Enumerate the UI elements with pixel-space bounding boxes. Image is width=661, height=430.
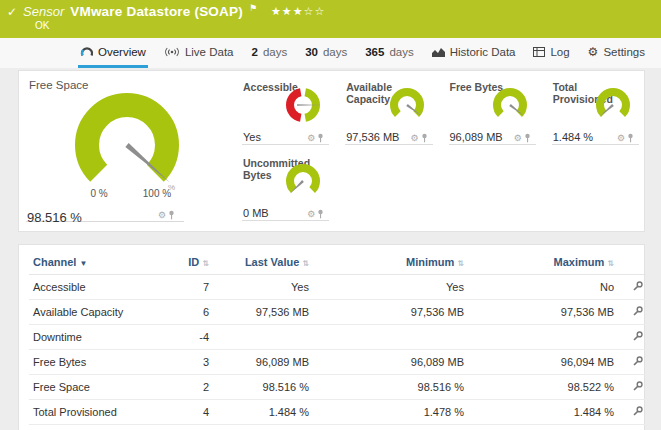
sort-icon: ⇅ bbox=[202, 259, 209, 268]
edit-channel-icon[interactable] bbox=[632, 355, 644, 367]
channel-name: Available Capacity bbox=[29, 300, 177, 325]
sort-desc-icon: ▼ bbox=[79, 259, 87, 268]
free-space-value: 98.516 % bbox=[27, 210, 82, 225]
col-maximum[interactable]: Maximum⇅ bbox=[468, 249, 618, 275]
edit-channel-icon[interactable] bbox=[632, 330, 644, 342]
table-row: Uncommitted Bytes 5 0 MB 0 MB 0 MB bbox=[29, 425, 646, 430]
divider bbox=[345, 144, 432, 145]
divider bbox=[242, 144, 329, 145]
gauge-settings-icon[interactable]: ⚙ bbox=[307, 134, 315, 143]
gauge-settings-icon[interactable]: ⚙ bbox=[158, 211, 166, 220]
channel-name: Downtime bbox=[29, 325, 177, 350]
overview-gauge-icon bbox=[80, 46, 93, 57]
pin-icon[interactable] bbox=[524, 133, 531, 143]
gauge-accessible: Accessible Yes ⚙ bbox=[231, 75, 334, 151]
main-gauge-panel: Free Space % 0 % 100 % 98.516 % ⚙ bbox=[19, 71, 231, 231]
pin-icon[interactable] bbox=[168, 210, 175, 220]
gear-icon: ⚙ bbox=[588, 45, 599, 59]
status-check-icon: ✓ bbox=[7, 5, 17, 19]
chart-icon bbox=[432, 47, 445, 57]
available-capacity-gauge bbox=[384, 86, 430, 126]
edit-channel-icon[interactable] bbox=[632, 305, 644, 317]
pin-icon[interactable] bbox=[421, 133, 428, 143]
sort-icon: ⇅ bbox=[457, 259, 464, 268]
status-badge: OK bbox=[35, 20, 653, 31]
sensor-kind-label: Sensor bbox=[23, 4, 64, 19]
edit-channel-icon[interactable] bbox=[632, 280, 644, 292]
tab-settings-label: Settings bbox=[603, 46, 645, 58]
priority-stars[interactable]: ★★★☆☆ bbox=[271, 5, 325, 18]
tab-365-days[interactable]: 365 days bbox=[363, 38, 415, 68]
edit-channel-icon[interactable] bbox=[632, 405, 644, 417]
pin-icon[interactable] bbox=[317, 209, 324, 219]
signal-icon bbox=[164, 47, 180, 57]
gauge-settings-icon[interactable]: ⚙ bbox=[307, 210, 315, 219]
channel-name: Uncommitted Bytes bbox=[29, 425, 177, 430]
tab-historic-label: Historic Data bbox=[450, 46, 516, 58]
col-last-value[interactable]: Last Value⇅ bbox=[213, 249, 313, 275]
tab-historic-data[interactable]: Historic Data bbox=[430, 38, 518, 68]
svg-text:100 %: 100 % bbox=[143, 188, 171, 199]
col-channel[interactable]: Channel▼ bbox=[29, 249, 177, 275]
table-row: Free Bytes 3 96,089 MB 96,089 MB 96,094 … bbox=[29, 350, 646, 375]
channels-table: Channel▼ ID⇅ Last Value⇅ Minimum⇅ Maximu… bbox=[29, 249, 646, 430]
gauge-total-provisioned: Total Provisioned 1.484 % ⚙ bbox=[541, 75, 644, 151]
col-id[interactable]: ID⇅ bbox=[177, 249, 213, 275]
small-gauges-grid: Accessible Yes ⚙ Available Capacity bbox=[231, 71, 644, 231]
sensor-title: VMware Datastore (SOAP) bbox=[70, 4, 243, 19]
sensor-header: ✓ Sensor VMware Datastore (SOAP) ⚑ ★★★☆☆… bbox=[0, 0, 661, 38]
tab-overview-label: Overview bbox=[98, 46, 146, 58]
gauge-settings-icon[interactable]: ⚙ bbox=[514, 134, 522, 143]
tab-live-data[interactable]: Live Data bbox=[162, 38, 236, 68]
free-bytes-gauge bbox=[487, 86, 533, 126]
tab-settings[interactable]: ⚙ Settings bbox=[586, 38, 647, 68]
gauges-panel: Free Space % 0 % 100 % 98.516 % ⚙ Access… bbox=[18, 70, 645, 232]
total-provisioned-gauge bbox=[590, 86, 636, 126]
pin-icon[interactable] bbox=[317, 133, 324, 143]
channels-table-panel: Channel▼ ID⇅ Last Value⇅ Minimum⇅ Maximu… bbox=[18, 244, 645, 430]
table-row: Accessible 7 Yes Yes No bbox=[29, 275, 646, 300]
log-icon bbox=[533, 47, 545, 57]
gauge-free-bytes: Free Bytes 96,089 MB ⚙ bbox=[438, 75, 541, 151]
col-edit bbox=[618, 249, 646, 275]
tab-live-data-label: Live Data bbox=[185, 46, 234, 58]
tab-2-days[interactable]: 2 days bbox=[249, 38, 289, 68]
table-header-row: Channel▼ ID⇅ Last Value⇅ Minimum⇅ Maximu… bbox=[29, 249, 646, 275]
table-row: Free Space 2 98.516 % 98.516 % 98.522 % bbox=[29, 375, 646, 400]
divider bbox=[552, 144, 639, 145]
gauge-uncommitted-bytes: Uncommitted Bytes 0 MB ⚙ bbox=[231, 151, 334, 227]
col-minimum[interactable]: Minimum⇅ bbox=[313, 249, 468, 275]
free-space-gauge: % 0 % 100 % bbox=[27, 85, 227, 207]
tab-log-label: Log bbox=[550, 46, 569, 58]
table-row: Total Provisioned 4 1.484 % 1.478 % 1.48… bbox=[29, 400, 646, 425]
pin-icon[interactable] bbox=[627, 133, 634, 143]
tab-bar: Overview Live Data 2 days 30 days 365 da… bbox=[0, 38, 661, 68]
svg-text:0 %: 0 % bbox=[90, 188, 107, 199]
channel-name: Accessible bbox=[29, 275, 177, 300]
sort-icon: ⇅ bbox=[302, 259, 309, 268]
prtg-sensor-page: { "icons": { "check": "✓", "flag": "⚑", … bbox=[0, 0, 661, 430]
channel-name: Total Provisioned bbox=[29, 400, 177, 425]
divider bbox=[449, 144, 536, 145]
gauge-available-capacity: Available Capacity 97,536 MB ⚙ bbox=[334, 75, 437, 151]
tab-log[interactable]: Log bbox=[531, 38, 571, 68]
flag-icon[interactable]: ⚑ bbox=[249, 3, 257, 13]
gauge-settings-icon[interactable]: ⚙ bbox=[617, 134, 625, 143]
divider bbox=[242, 220, 329, 221]
uncommitted-bytes-gauge bbox=[280, 162, 326, 202]
channel-name: Free Space bbox=[29, 375, 177, 400]
sort-icon: ⇅ bbox=[607, 259, 614, 268]
table-row: Downtime -4 bbox=[29, 325, 646, 350]
table-row: Available Capacity 6 97,536 MB 97,536 MB… bbox=[29, 300, 646, 325]
tab-overview[interactable]: Overview bbox=[78, 38, 148, 68]
accessible-gauge bbox=[280, 86, 326, 126]
channel-name: Free Bytes bbox=[29, 350, 177, 375]
tab-30-days[interactable]: 30 days bbox=[303, 38, 349, 68]
gauge-settings-icon[interactable]: ⚙ bbox=[410, 134, 418, 143]
edit-channel-icon[interactable] bbox=[632, 380, 644, 392]
